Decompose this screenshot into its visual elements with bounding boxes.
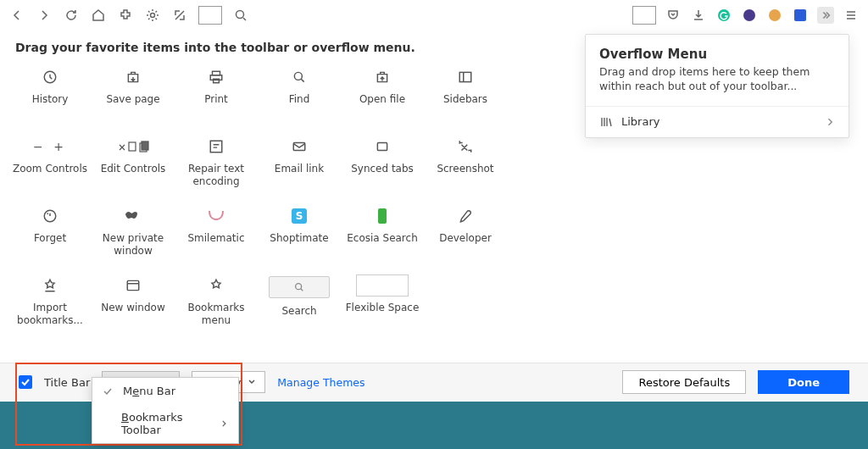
svg-rect-16 [293,143,305,151]
fullscreen-icon[interactable] [171,7,188,24]
titlebar-label: Title Bar [44,376,90,389]
extension-blue-icon[interactable] [792,7,809,24]
pocket-icon[interactable] [665,7,682,24]
overflow-library-label: Library [621,115,659,128]
open-file-icon [375,68,390,86]
item-shoptimate[interactable]: SShoptimate [258,207,341,268]
overflow-desc: Drag and drop items here to keep them wi… [599,65,835,94]
toolbar-box[interactable] [198,6,222,25]
forward-icon[interactable] [36,7,53,24]
manage-themes-link[interactable]: Manage Themes [277,376,364,389]
overflow-title: Overflow Menu [599,47,835,62]
done-button[interactable]: Done [758,370,849,394]
item-repair-text[interactable]: Repair text encoding [175,137,258,198]
forget-icon [42,207,58,225]
svg-rect-5 [794,9,806,21]
library-icon [599,115,613,129]
edit-controls-icon [116,137,150,156]
overflow-icon[interactable] [817,7,834,24]
svg-rect-14 [142,141,148,150]
chevron-right-icon [825,117,835,127]
item-history[interactable]: History [8,68,92,129]
item-save-page[interactable]: Save page [92,68,175,129]
item-edit-controls[interactable]: Edit Controls [92,137,175,198]
ecosia-icon [378,207,387,225]
settings-icon[interactable] [144,7,161,24]
extensions-icon[interactable] [117,7,134,24]
save-page-icon [125,68,141,86]
svg-point-4 [769,9,781,21]
bookmarks-menu-icon [209,276,224,295]
email-icon [292,137,307,156]
menu-bar-option[interactable]: Menu Bar [92,378,238,404]
sidebars-icon [458,68,473,86]
svg-rect-19 [127,280,139,290]
shoptimate-icon: S [292,207,307,225]
item-bookmarks-menu[interactable]: Bookmarks menu [175,276,258,337]
history-icon [42,68,58,86]
item-sidebars[interactable]: Sidebars [424,68,507,129]
item-zoom-controls[interactable]: − +Zoom Controls [8,137,92,198]
home-icon[interactable] [90,7,107,24]
svg-rect-9 [214,79,220,83]
new-window-icon [125,276,141,295]
svg-point-3 [743,9,755,21]
smilematic-icon [209,207,224,225]
import-bookmarks-icon [42,276,58,295]
svg-point-20 [296,284,302,290]
chevron-right-icon [220,419,228,428]
titlebar-checkbox[interactable] [19,375,32,389]
developer-icon [458,207,473,225]
item-screenshot[interactable]: Screenshot [424,137,507,198]
private-window-icon [125,207,142,225]
item-flexible-space[interactable]: Flexible Space [341,276,424,337]
search-box-icon [269,276,330,298]
item-open-file[interactable]: Open file [341,68,424,129]
item-new-window[interactable]: New window [92,276,175,337]
bookmarks-toolbar-option[interactable]: Bookmarks Toolbar [92,404,238,443]
overflow-menu-panel: Overflow Menu Drag and drop items here t… [585,34,849,138]
extension-orange-icon[interactable] [766,7,783,24]
synced-tabs-icon [375,137,390,156]
print-icon [209,68,224,86]
toolbar-box-right[interactable] [632,6,656,25]
item-smilematic[interactable]: Smilematic [175,207,258,268]
flexible-space-icon [356,276,409,295]
grammarly-icon[interactable] [715,7,732,24]
item-ecosia[interactable]: Ecosia Search [341,207,424,268]
svg-rect-15 [210,141,222,152]
search-icon[interactable] [232,7,249,24]
right-toolbar-icons [632,6,860,25]
zoom-controls-icon: − + [33,137,67,156]
reload-icon[interactable] [63,7,80,24]
find-icon [292,68,307,86]
overflow-header: Overflow Menu Drag and drop items here t… [586,35,849,107]
item-search[interactable]: Search [258,276,341,337]
toolbars-dropdown-menu: Menu Bar Bookmarks Toolbar [92,377,239,444]
item-synced-tabs[interactable]: Synced tabs [341,137,424,198]
repair-text-icon [209,137,224,156]
browser-toolbar [0,0,868,30]
item-email[interactable]: Email link [258,137,341,198]
item-private-window[interactable]: New private window [92,207,175,268]
overflow-library[interactable]: Library [586,107,849,137]
svg-rect-12 [129,142,136,151]
item-forget[interactable]: Forget [8,207,92,268]
restore-defaults-button[interactable]: Restore Defaults [622,370,746,394]
svg-rect-11 [459,72,471,81]
item-import-bookmarks[interactable]: Import bookmarks... [8,276,92,337]
svg-point-0 [151,14,155,18]
menu-icon[interactable] [843,7,860,24]
svg-rect-17 [377,143,387,151]
item-find[interactable]: Find [258,68,341,129]
item-print[interactable]: Print [175,68,258,129]
extension-purple-icon[interactable] [741,7,758,24]
check-icon [103,386,114,396]
svg-point-1 [236,11,244,19]
back-icon[interactable] [8,7,25,24]
item-developer[interactable]: Developer [424,207,507,268]
svg-point-10 [294,72,302,80]
screenshot-icon [458,137,473,156]
download-icon[interactable] [690,7,707,24]
